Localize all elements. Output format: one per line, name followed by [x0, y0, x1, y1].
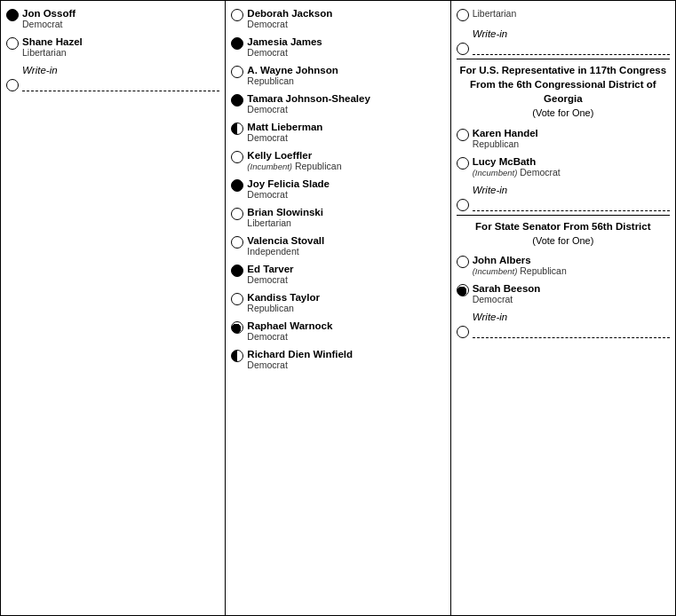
candidate-entry: Kandiss Taylor Republican — [231, 292, 444, 313]
section-title-congress: For U.S. Representative in 117th Congres… — [460, 65, 667, 104]
candidate-party: Libertarian — [473, 8, 517, 19]
write-in-label-1: Write-in — [473, 28, 670, 39]
candidate-party-beeson: Democrat — [473, 294, 541, 304]
candidate-name: Kelly Loeffler — [247, 150, 341, 161]
bubble-handel[interactable] — [457, 129, 469, 141]
candidate-name: Jon Ossoff — [22, 8, 76, 19]
write-in-label: Write-in — [22, 65, 219, 75]
candidate-entry: Richard Dien Winfield Democrat — [231, 349, 444, 370]
incumbent-label-albers: (Incumbent) — [473, 266, 518, 276]
candidate-entry: A. Wayne Johnson Republican — [231, 65, 444, 86]
candidate-party-handel: Republican — [473, 138, 538, 149]
write-in-line-1 — [473, 41, 670, 55]
candidate-party: Democrat — [247, 359, 353, 370]
candidate-entry: Jon Ossoff Democrat — [6, 8, 219, 29]
candidate-name: Matt Lieberman — [247, 122, 322, 132]
bubble-ossoff[interactable] — [6, 9, 19, 21]
bubble-beeson[interactable] — [457, 284, 469, 296]
bubble-djackson[interactable] — [231, 9, 243, 21]
candidate-party: Democrat — [247, 104, 370, 115]
candidate-name: Richard Dien Winfield — [247, 349, 353, 359]
candidate-name: Brian Slowinski — [247, 207, 323, 217]
candidate-party-albers: (Incumbent) Republican — [473, 265, 567, 276]
candidate-entry-albers: John Albers (Incumbent) Republican — [457, 255, 670, 276]
candidate-entry: Matt Lieberman Democrat — [231, 122, 444, 143]
section-title-senator: For State Senator From 56th District — [475, 221, 650, 232]
candidate-party: Libertarian — [22, 47, 83, 58]
bubble-stovall[interactable] — [231, 236, 243, 249]
bubble-lieberman[interactable] — [231, 122, 243, 135]
candidate-entry-handel: Karen Handel Republican — [457, 128, 670, 149]
candidate-party-mcbath: (Incumbent) Democrat — [473, 167, 561, 178]
column-2: Deborah Jackson Democrat Jamesia James D… — [226, 1, 450, 615]
candidate-entry: Shane Hazel Libertarian — [6, 36, 219, 58]
bubble-winfield[interactable] — [231, 350, 243, 362]
bubble-top[interactable] — [457, 9, 469, 21]
candidate-party: Democrat — [247, 132, 322, 143]
candidate-party: Democrat — [247, 331, 332, 342]
bubble-warnock[interactable] — [231, 321, 243, 334]
bubble-loeffler[interactable] — [231, 151, 243, 163]
bubble-writein-1[interactable] — [457, 43, 469, 55]
bubble-mcbath[interactable] — [457, 157, 469, 170]
bubble-awjohnson[interactable] — [231, 66, 243, 78]
incumbent-label-mcbath: (Incumbent) — [473, 168, 518, 178]
candidate-name: Tamara Johnson-Shealey — [247, 93, 370, 104]
bubble-slowinski[interactable] — [231, 208, 243, 220]
column-1: Jon Ossoff Democrat Shane Hazel Libertar… — [1, 1, 226, 615]
write-in-line-2 — [473, 197, 670, 211]
column-3: Libertarian Write-in For U.S. Representa… — [451, 1, 675, 615]
incumbent-label: (Incumbent) — [247, 162, 292, 171]
candidate-name: A. Wayne Johnson — [247, 65, 338, 75]
candidate-name: Raphael Warnock — [247, 320, 332, 331]
candidate-entry-mcbath: Lucy McBath (Incumbent) Democrat — [457, 156, 670, 178]
bubble-taylor[interactable] — [231, 293, 243, 305]
candidate-name-mcbath: Lucy McBath — [473, 156, 561, 167]
candidate-entry: Brian Slowinski Libertarian — [231, 207, 444, 228]
candidate-entry: Joy Felicia Slade Democrat — [231, 178, 444, 200]
bubble-tarver[interactable] — [231, 265, 243, 277]
candidate-name: Shane Hazel — [22, 36, 83, 47]
candidate-party: Democrat — [247, 19, 332, 29]
candidate-entry-top: Libertarian — [457, 8, 670, 21]
candidate-party: Independent — [247, 246, 324, 257]
bubble-writein-3[interactable] — [457, 326, 469, 338]
candidate-name: Joy Felicia Slade — [247, 178, 330, 189]
candidate-entry: Raphael Warnock Democrat — [231, 320, 444, 342]
candidate-entry: Ed Tarver Democrat — [231, 264, 444, 285]
section-header-senator: For State Senator From 56th District (Vo… — [457, 215, 670, 248]
candidate-name-beeson: Sarah Beeson — [473, 283, 541, 294]
write-in-entry-2: Write-in — [457, 185, 670, 211]
candidate-name: Ed Tarver — [247, 264, 293, 274]
vote-for-congress: (Vote for One) — [532, 107, 593, 118]
bubble-hazel[interactable] — [6, 37, 19, 50]
candidate-entry: Valencia Stovall Independent — [231, 235, 444, 257]
candidate-name: Kandiss Taylor — [247, 292, 320, 303]
bubble-writein[interactable] — [6, 79, 19, 91]
bubble-writein-2[interactable] — [457, 199, 469, 211]
candidate-entry: Jamesia James Democrat — [231, 36, 444, 58]
bubble-albers[interactable] — [457, 256, 469, 268]
candidate-name: Jamesia James — [247, 36, 322, 47]
write-in-label-2: Write-in — [473, 185, 670, 195]
vote-for-senator: (Vote for One) — [532, 235, 593, 246]
candidate-party: Democrat — [247, 189, 330, 200]
write-in-entry-3: Write-in — [457, 312, 670, 338]
bubble-slade[interactable] — [231, 179, 243, 192]
ballot-container: Jon Ossoff Democrat Shane Hazel Libertar… — [0, 0, 676, 616]
candidate-entry: Kelly Loeffler (Incumbent) Republican — [231, 150, 444, 171]
candidate-entry: Tamara Johnson-Shealey Democrat — [231, 93, 444, 115]
candidate-party: Libertarian — [247, 217, 323, 228]
write-in-line-3 — [473, 324, 670, 338]
write-in-label-3: Write-in — [473, 312, 670, 322]
bubble-tjohnson[interactable] — [231, 94, 243, 107]
candidate-name-albers: John Albers — [473, 255, 567, 265]
candidate-entry: Deborah Jackson Democrat — [231, 8, 444, 29]
candidate-entry-beeson: Sarah Beeson Democrat — [457, 283, 670, 304]
write-in-entry: Write-in — [6, 65, 219, 91]
bubble-jjames[interactable] — [231, 37, 243, 50]
candidate-party: Democrat — [22, 19, 76, 29]
candidate-name-handel: Karen Handel — [473, 128, 538, 138]
candidate-name: Deborah Jackson — [247, 8, 332, 19]
candidate-party: Republican — [247, 303, 320, 313]
